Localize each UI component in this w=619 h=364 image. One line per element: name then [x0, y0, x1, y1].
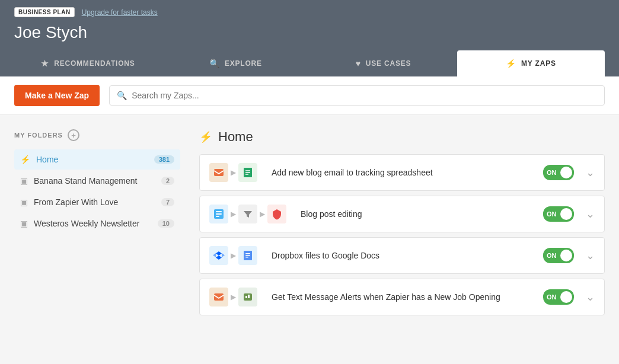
zap2-name: Blog post editing [293, 209, 536, 219]
sidebar-item-home[interactable]: ⚡ Home 381 [14, 149, 180, 170]
zap2-filter-icon [238, 205, 257, 223]
zap3-toggle-switch[interactable]: ON [543, 248, 574, 263]
zap4-expand-button[interactable]: ⌄ [586, 290, 595, 304]
user-name: Joe Stych [14, 23, 605, 42]
svg-rect-12 [245, 257, 248, 258]
westeros-folder-icon: ▣ [20, 219, 28, 228]
zap4-apps: ▶ [209, 288, 257, 306]
header: BUSINESS PLAN Upgrade for faster tasks J… [0, 0, 619, 76]
search-input[interactable] [132, 91, 597, 100]
zap-card-1: ▶ Add new blog email to tracking spreads… [199, 154, 605, 191]
svg-rect-13 [214, 293, 224, 301]
folder-lightning-icon: ⚡ [199, 130, 212, 143]
zap2-app1-icon [209, 205, 228, 223]
use-cases-icon: ♥ [356, 59, 361, 68]
svg-rect-11 [245, 255, 250, 256]
svg-rect-16 [248, 295, 250, 298]
zap1-app1-icon [209, 163, 228, 182]
make-zap-button[interactable]: Make a New Zap [14, 85, 100, 106]
zap4-toggle-knob [560, 291, 572, 303]
zap1-apps: ▶ [209, 163, 257, 182]
zap2-toggle-switch[interactable]: ON [543, 206, 574, 222]
zap3-arrow: ▶ [231, 251, 236, 260]
zapier-folder-icon: ▣ [20, 197, 28, 207]
zap3-name: Dropbox files to Google Docs [264, 251, 536, 260]
zap4-name: Get Text Message Alerts when Zapier has … [264, 292, 536, 302]
zap-card-3: ▶ Dropbox files to Google Docs ON ⌄ [199, 237, 605, 274]
zap2-expand-button[interactable]: ⌄ [586, 207, 595, 221]
zap1-toggle-switch[interactable]: ON [543, 165, 574, 180]
zap1-toggle-knob [560, 167, 572, 178]
upgrade-link[interactable]: Upgrade for faster tasks [82, 8, 158, 17]
svg-rect-10 [245, 253, 250, 254]
zap1-app2-icon [238, 163, 257, 182]
zap4-app2-icon [238, 288, 257, 306]
tab-explore[interactable]: 🔍 EXPLORE [162, 50, 310, 76]
sidebar-item-zapier[interactable]: ▣ From Zapier With Love 7 [14, 192, 180, 212]
zap3-apps: ▶ [209, 246, 257, 265]
zap4-toggle-switch[interactable]: ON [543, 289, 574, 305]
zap2-app3-icon [267, 205, 286, 223]
search-icon: 🔍 [117, 91, 127, 100]
zap1-arrow: ▶ [231, 168, 236, 177]
zap3-toggle[interactable]: ON [543, 248, 574, 263]
zap2-arrow2: ▶ [260, 210, 265, 218]
zap4-toggle[interactable]: ON [543, 289, 574, 305]
zap3-expand-button[interactable]: ⌄ [586, 249, 595, 262]
zap3-toggle-knob [560, 250, 572, 261]
main-content: MY FOLDERS + ⚡ Home 381 ▣ Banana Stand M… [0, 115, 619, 364]
home-folder-icon: ⚡ [20, 155, 30, 164]
svg-rect-15 [245, 296, 247, 298]
zap4-arrow: ▶ [231, 293, 236, 301]
sidebar-item-westeros[interactable]: ▣ Westeros Weekly Newsletter 10 [14, 213, 180, 234]
svg-rect-0 [214, 169, 224, 176]
zap1-name: Add new blog email to tracking spreadshe… [264, 168, 536, 177]
tab-my-zaps[interactable]: ⚡ MY ZAPS [457, 50, 605, 76]
svg-rect-7 [216, 213, 222, 215]
zap1-expand-button[interactable]: ⌄ [586, 166, 595, 179]
recommendations-icon: ★ [41, 59, 49, 68]
nav-tabs: ★ RECOMMENDATIONS 🔍 EXPLORE ♥ USE CASES … [14, 50, 605, 76]
zap2-apps: ▶ ▶ [209, 205, 286, 223]
zap2-toggle-knob [560, 208, 572, 220]
header-top: BUSINESS PLAN Upgrade for faster tasks [14, 7, 605, 17]
zap2-arrow1: ▶ [231, 210, 236, 218]
svg-rect-6 [216, 211, 222, 212]
svg-rect-8 [216, 216, 219, 217]
tab-use-cases[interactable]: ♥ USE CASES [310, 50, 457, 76]
zap-card-4: ▶ Get Text Message Alerts when Zapier ha… [199, 279, 605, 315]
sidebar: MY FOLDERS + ⚡ Home 381 ▣ Banana Stand M… [14, 129, 180, 362]
app-container: BUSINESS PLAN Upgrade for faster tasks J… [0, 0, 619, 364]
zap-card-2: ▶ ▶ Blog post editing ON ⌄ [199, 196, 605, 232]
tab-recommendations[interactable]: ★ RECOMMENDATIONS [14, 50, 162, 76]
folders-title: MY FOLDERS [14, 132, 63, 139]
banana-folder-icon: ▣ [20, 176, 28, 186]
add-folder-button[interactable]: + [68, 129, 79, 141]
search-bar: 🔍 [109, 85, 605, 106]
explore-icon: 🔍 [209, 59, 220, 68]
business-plan-badge: BUSINESS PLAN [14, 7, 75, 17]
zaps-content: ⚡ Home ▶ Add new blog email to tracking … [199, 129, 605, 362]
zaps-header: ⚡ Home [199, 129, 605, 145]
my-zaps-icon: ⚡ [506, 59, 516, 68]
zap3-app2-icon [238, 246, 257, 265]
zaps-folder-title: Home [218, 129, 253, 145]
sidebar-item-banana[interactable]: ▣ Banana Stand Management 2 [14, 171, 180, 191]
zap3-app1-icon [209, 246, 228, 265]
folders-header: MY FOLDERS + [14, 129, 180, 141]
toolbar: Make a New Zap 🔍 [0, 76, 619, 115]
zap1-toggle[interactable]: ON [543, 165, 574, 180]
zap2-toggle[interactable]: ON [543, 206, 574, 222]
zap4-app1-icon [209, 288, 228, 306]
